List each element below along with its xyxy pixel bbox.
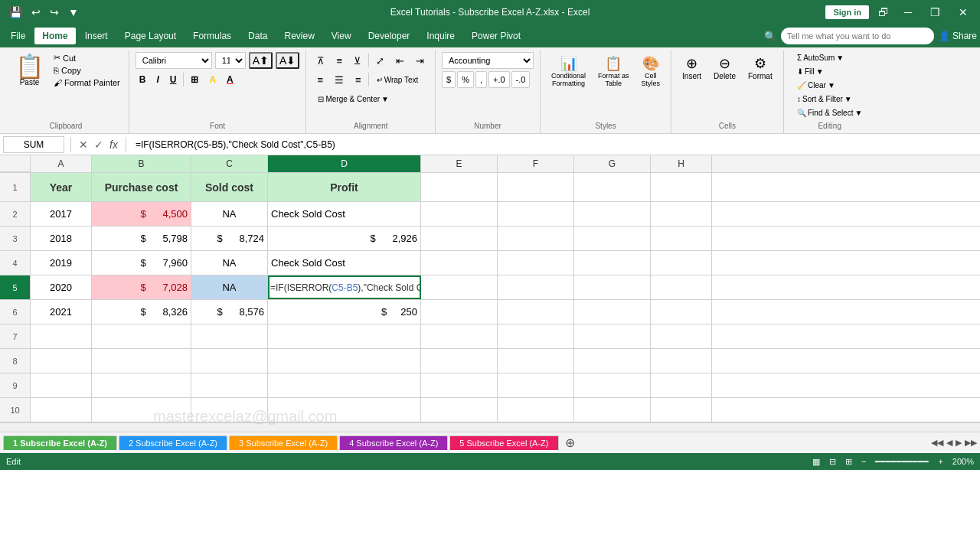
cell-g8[interactable]	[574, 349, 651, 373]
cell-a2[interactable]: 2017	[31, 202, 92, 226]
cell-a6[interactable]: 2021	[31, 300, 92, 324]
view-normal-button[interactable]: ▦	[812, 457, 820, 467]
formula-input[interactable]	[132, 136, 977, 153]
cell-e5[interactable]	[421, 276, 498, 299]
cell-f8[interactable]	[498, 349, 574, 373]
col-header-g[interactable]: G	[574, 155, 651, 172]
row-num-1[interactable]: 1	[0, 173, 30, 202]
cell-b4[interactable]: $ 7,960	[92, 251, 191, 275]
merge-center-button[interactable]: ⊟ Merge & Center ▼	[312, 90, 394, 107]
row-num-7[interactable]: 7	[0, 324, 30, 349]
cell-e1[interactable]	[421, 173, 498, 201]
cell-f6[interactable]	[498, 300, 574, 324]
cell-e3[interactable]	[421, 227, 498, 250]
cell-g7[interactable]	[574, 324, 651, 348]
cell-h2[interactable]	[651, 202, 712, 226]
cell-a10[interactable]	[31, 398, 92, 422]
cell-c9[interactable]	[191, 373, 268, 397]
cell-c10[interactable]	[191, 398, 268, 422]
cell-f1[interactable]	[498, 173, 574, 201]
scroll-right-button[interactable]: ▶▶	[965, 438, 977, 448]
decimal-dec-button[interactable]: -.0	[511, 71, 531, 88]
insert-button[interactable]: ⊕ Insert	[678, 52, 706, 83]
wrap-text-button[interactable]: ↵ Wrap Text	[371, 71, 424, 88]
menu-inquire[interactable]: Inquire	[419, 28, 462, 44]
cancel-formula-button[interactable]: ✕	[77, 137, 90, 152]
indent-increase-button[interactable]: ⇥	[411, 52, 429, 69]
menu-review[interactable]: Review	[276, 28, 322, 44]
cell-d10[interactable]	[268, 398, 421, 422]
cell-b10[interactable]	[92, 398, 191, 422]
header-sold[interactable]: Sold cost	[191, 173, 268, 201]
cell-d5[interactable]: =IF(ISERROR(C5-B5),"Check Sold Cost",C5-…	[268, 276, 421, 299]
cell-e6[interactable]	[421, 300, 498, 324]
view-layout-button[interactable]: ⊟	[829, 457, 836, 467]
cell-a4[interactable]: 2019	[31, 251, 92, 275]
cell-d3[interactable]: $ 2,926	[268, 227, 421, 250]
col-header-d[interactable]: D	[268, 155, 421, 172]
col-header-a[interactable]: A	[31, 155, 92, 172]
row-num-4[interactable]: 4	[0, 251, 30, 276]
zoom-in-button[interactable]: +	[938, 457, 942, 466]
italic-button[interactable]: I	[152, 71, 162, 88]
indent-decrease-button[interactable]: ⇤	[391, 52, 409, 69]
menu-file[interactable]: File	[3, 28, 33, 44]
menu-page-layout[interactable]: Page Layout	[117, 28, 184, 44]
restore-button[interactable]: ❒	[924, 5, 946, 20]
scroll-right-one-button[interactable]: ▶	[956, 438, 962, 448]
cell-b9[interactable]	[92, 373, 191, 397]
increase-font-button[interactable]: A⬆	[249, 52, 273, 69]
cell-g5[interactable]	[574, 276, 651, 299]
cut-button[interactable]: ✂ Cut	[51, 52, 122, 64]
sheet-tab-4[interactable]: 4 Subscribe Excel (A-Z)	[339, 435, 448, 450]
menu-insert[interactable]: Insert	[77, 28, 116, 44]
font-size-select[interactable]: 11	[215, 52, 246, 69]
cell-g3[interactable]	[574, 227, 651, 250]
undo-button[interactable]: ↩	[28, 5, 44, 20]
find-select-button[interactable]: 🔍 Find & Select ▼	[794, 107, 865, 119]
cell-g2[interactable]	[574, 202, 651, 226]
fill-color-button[interactable]: A	[205, 71, 220, 88]
row-num-6[interactable]: 6	[0, 300, 30, 324]
cell-a8[interactable]	[31, 349, 92, 373]
cell-g10[interactable]	[574, 398, 651, 422]
cell-b6[interactable]: $ 8,326	[92, 300, 191, 324]
cell-h6[interactable]	[651, 300, 712, 324]
cell-d4[interactable]: Check Sold Cost	[268, 251, 421, 275]
zoom-out-button[interactable]: −	[861, 457, 866, 466]
cell-b2[interactable]: $ 4,500	[92, 202, 191, 226]
cell-c7[interactable]	[191, 324, 268, 348]
copy-button[interactable]: ⎘ Copy	[51, 65, 122, 76]
sheet-tab-1[interactable]: 1 Subscribe Excel (A-Z)	[3, 435, 117, 450]
cell-f2[interactable]	[498, 202, 574, 226]
col-header-e[interactable]: E	[421, 155, 498, 172]
cell-a9[interactable]	[31, 373, 92, 397]
cell-d9[interactable]	[268, 373, 421, 397]
minimize-button[interactable]: ─	[898, 5, 918, 20]
col-header-h[interactable]: H	[651, 155, 712, 172]
menu-data[interactable]: Data	[240, 28, 275, 44]
align-right-button[interactable]: ≡	[351, 71, 366, 88]
sort-filter-button[interactable]: ↕ Sort & Filter ▼	[794, 93, 865, 105]
row-num-2[interactable]: 2	[0, 202, 30, 227]
delete-button[interactable]: ⊖ Delete	[709, 52, 740, 83]
row-num-3[interactable]: 3	[0, 227, 30, 251]
horizontal-scrollbar[interactable]	[0, 422, 980, 432]
zoom-slider[interactable]: ━━━━━━━━━━	[875, 457, 929, 467]
cell-e4[interactable]	[421, 251, 498, 275]
align-top-button[interactable]: ⊼	[312, 52, 329, 69]
header-profit[interactable]: Profit	[268, 173, 421, 201]
close-button[interactable]: ✕	[952, 5, 974, 20]
cell-b3[interactable]: $ 5,798	[92, 227, 191, 250]
menu-developer[interactable]: Developer	[361, 28, 418, 44]
customize-qat-button[interactable]: ▼	[65, 5, 82, 20]
name-box[interactable]	[3, 136, 64, 153]
cell-a7[interactable]	[31, 324, 92, 348]
header-year[interactable]: Year	[31, 173, 92, 201]
ribbon-display-button[interactable]: 🗗	[875, 5, 892, 20]
view-page-break-button[interactable]: ⊞	[845, 457, 852, 467]
cell-b8[interactable]	[92, 349, 191, 373]
row-num-9[interactable]: 9	[0, 373, 30, 398]
cell-h4[interactable]	[651, 251, 712, 275]
share-button[interactable]: 👤 Share	[939, 31, 977, 41]
